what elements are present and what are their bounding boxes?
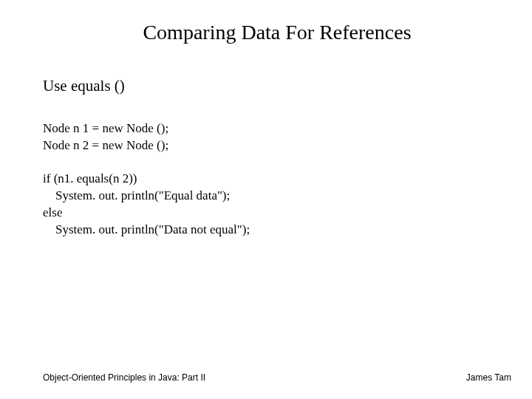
code-line: else	[43, 205, 489, 222]
code-line: System. out. println("Equal data");	[43, 188, 489, 205]
code-line: Node n 2 = new Node ();	[43, 137, 489, 154]
footer-right: James Tam	[466, 372, 511, 383]
slide-subtitle: Use equals ()	[43, 77, 489, 95]
code-line: Node n 1 = new Node ();	[43, 120, 489, 137]
code-line: System. out. println("Data not equal");	[43, 222, 489, 239]
slide-container: Comparing Data For References Use equals…	[0, 0, 532, 399]
code-block: Node n 1 = new Node (); Node n 2 = new N…	[43, 120, 489, 239]
spacer	[43, 154, 489, 171]
slide-title: Comparing Data For References	[65, 21, 489, 44]
footer: Object-Oriented Principles in Java: Part…	[43, 372, 511, 383]
code-line: if (n1. equals(n 2))	[43, 171, 489, 188]
footer-left: Object-Oriented Principles in Java: Part…	[43, 372, 205, 383]
